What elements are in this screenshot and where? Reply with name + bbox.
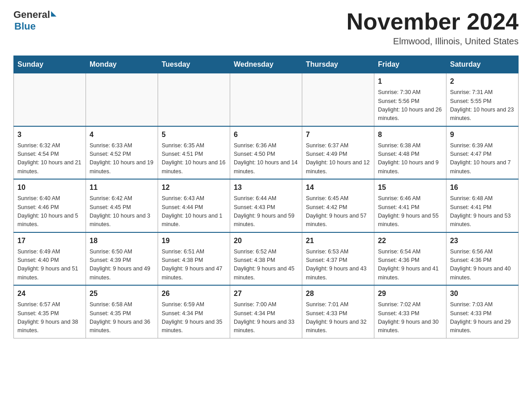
calendar-cell: 16Sunrise: 6:48 AM Sunset: 4:41 PM Dayli…	[446, 179, 519, 232]
day-info: Sunrise: 6:37 AM Sunset: 4:49 PM Dayligh…	[306, 141, 370, 176]
calendar-cell: 23Sunrise: 6:56 AM Sunset: 4:36 PM Dayli…	[446, 232, 519, 286]
day-info: Sunrise: 6:45 AM Sunset: 4:42 PM Dayligh…	[306, 194, 370, 229]
calendar-cell: 18Sunrise: 6:50 AM Sunset: 4:39 PM Dayli…	[86, 232, 158, 286]
day-info: Sunrise: 6:58 AM Sunset: 4:35 PM Dayligh…	[90, 300, 154, 335]
header-friday: Friday	[374, 56, 446, 73]
day-info: Sunrise: 6:59 AM Sunset: 4:34 PM Dayligh…	[162, 300, 226, 335]
day-number: 9	[450, 129, 515, 140]
calendar-cell: 12Sunrise: 6:43 AM Sunset: 4:44 PM Dayli…	[158, 179, 230, 232]
day-number: 30	[450, 288, 515, 299]
header-monday: Monday	[86, 56, 158, 73]
day-info: Sunrise: 7:03 AM Sunset: 4:33 PM Dayligh…	[450, 300, 515, 335]
calendar-cell: 26Sunrise: 6:59 AM Sunset: 4:34 PM Dayli…	[158, 285, 230, 338]
calendar-cell: 15Sunrise: 6:46 AM Sunset: 4:41 PM Dayli…	[374, 179, 446, 232]
calendar-cell: 11Sunrise: 6:42 AM Sunset: 4:45 PM Dayli…	[86, 179, 158, 232]
header-thursday: Thursday	[302, 56, 374, 73]
header-row: SundayMondayTuesdayWednesdayThursdayFrid…	[14, 56, 519, 73]
day-number: 26	[162, 288, 226, 299]
day-info: Sunrise: 6:38 AM Sunset: 4:48 PM Dayligh…	[378, 141, 442, 176]
day-number: 15	[378, 182, 442, 193]
day-number: 28	[306, 288, 370, 299]
calendar-header: SundayMondayTuesdayWednesdayThursdayFrid…	[14, 56, 519, 73]
day-info: Sunrise: 6:51 AM Sunset: 4:38 PM Dayligh…	[162, 248, 226, 283]
header-tuesday: Tuesday	[158, 56, 230, 73]
day-info: Sunrise: 6:44 AM Sunset: 4:43 PM Dayligh…	[234, 194, 298, 229]
calendar-cell: 21Sunrise: 6:53 AM Sunset: 4:37 PM Dayli…	[302, 232, 374, 286]
header: General Blue November 2024 Elmwood, Illi…	[13, 9, 519, 47]
day-number: 7	[306, 129, 370, 140]
logo: General Blue	[13, 9, 56, 32]
day-info: Sunrise: 6:33 AM Sunset: 4:52 PM Dayligh…	[90, 141, 154, 176]
day-number: 2	[450, 76, 515, 87]
day-number: 8	[378, 129, 442, 140]
day-info: Sunrise: 6:52 AM Sunset: 4:38 PM Dayligh…	[234, 248, 298, 283]
calendar-cell: 3Sunrise: 6:32 AM Sunset: 4:54 PM Daylig…	[14, 126, 86, 180]
day-number: 13	[234, 182, 298, 193]
calendar-cell	[86, 73, 158, 126]
day-number: 22	[378, 235, 442, 246]
calendar-cell: 13Sunrise: 6:44 AM Sunset: 4:43 PM Dayli…	[230, 179, 302, 232]
day-info: Sunrise: 7:31 AM Sunset: 5:55 PM Dayligh…	[450, 88, 515, 123]
calendar-cell: 28Sunrise: 7:01 AM Sunset: 4:33 PM Dayli…	[302, 285, 374, 338]
calendar-cell: 27Sunrise: 7:00 AM Sunset: 4:34 PM Dayli…	[230, 285, 302, 338]
day-info: Sunrise: 7:30 AM Sunset: 5:56 PM Dayligh…	[378, 88, 442, 123]
subtitle: Elmwood, Illinois, United States	[347, 36, 519, 47]
day-number: 10	[17, 182, 82, 193]
calendar-cell: 24Sunrise: 6:57 AM Sunset: 4:35 PM Dayli…	[14, 285, 86, 338]
day-info: Sunrise: 6:43 AM Sunset: 4:44 PM Dayligh…	[162, 194, 226, 229]
week-row-2: 3Sunrise: 6:32 AM Sunset: 4:54 PM Daylig…	[14, 126, 519, 180]
day-number: 4	[90, 129, 154, 140]
calendar-cell: 8Sunrise: 6:38 AM Sunset: 4:48 PM Daylig…	[374, 126, 446, 180]
calendar-cell: 19Sunrise: 6:51 AM Sunset: 4:38 PM Dayli…	[158, 232, 230, 286]
day-number: 1	[378, 76, 442, 87]
day-number: 14	[306, 182, 370, 193]
logo-triangle-icon	[51, 11, 56, 17]
day-info: Sunrise: 7:02 AM Sunset: 4:33 PM Dayligh…	[378, 300, 442, 335]
day-info: Sunrise: 6:54 AM Sunset: 4:36 PM Dayligh…	[378, 248, 442, 283]
day-number: 29	[378, 288, 442, 299]
calendar-cell	[158, 73, 230, 126]
day-info: Sunrise: 6:48 AM Sunset: 4:41 PM Dayligh…	[450, 194, 515, 229]
header-sunday: Sunday	[14, 56, 86, 73]
header-saturday: Saturday	[446, 56, 519, 73]
calendar-cell: 29Sunrise: 7:02 AM Sunset: 4:33 PM Dayli…	[374, 285, 446, 338]
day-number: 17	[17, 235, 82, 246]
day-info: Sunrise: 6:57 AM Sunset: 4:35 PM Dayligh…	[17, 300, 82, 335]
calendar-cell	[230, 73, 302, 126]
day-info: Sunrise: 6:35 AM Sunset: 4:51 PM Dayligh…	[162, 141, 226, 176]
day-number: 18	[90, 235, 154, 246]
week-row-4: 17Sunrise: 6:49 AM Sunset: 4:40 PM Dayli…	[14, 232, 519, 286]
calendar-cell: 6Sunrise: 6:36 AM Sunset: 4:50 PM Daylig…	[230, 126, 302, 180]
logo-general-text: General	[13, 9, 50, 21]
day-number: 19	[162, 235, 226, 246]
title-block: November 2024 Elmwood, Illinois, United …	[347, 9, 519, 47]
calendar-body: 1Sunrise: 7:30 AM Sunset: 5:56 PM Daylig…	[14, 73, 519, 338]
calendar-cell: 2Sunrise: 7:31 AM Sunset: 5:55 PM Daylig…	[446, 73, 519, 126]
day-number: 20	[234, 235, 298, 246]
calendar-cell: 9Sunrise: 6:39 AM Sunset: 4:47 PM Daylig…	[446, 126, 519, 180]
day-info: Sunrise: 6:50 AM Sunset: 4:39 PM Dayligh…	[90, 248, 154, 283]
calendar-cell: 14Sunrise: 6:45 AM Sunset: 4:42 PM Dayli…	[302, 179, 374, 232]
week-row-1: 1Sunrise: 7:30 AM Sunset: 5:56 PM Daylig…	[14, 73, 519, 126]
day-info: Sunrise: 6:46 AM Sunset: 4:41 PM Dayligh…	[378, 194, 442, 229]
calendar-cell: 1Sunrise: 7:30 AM Sunset: 5:56 PM Daylig…	[374, 73, 446, 126]
day-number: 12	[162, 182, 226, 193]
calendar-cell: 5Sunrise: 6:35 AM Sunset: 4:51 PM Daylig…	[158, 126, 230, 180]
day-number: 24	[17, 288, 82, 299]
calendar-cell: 10Sunrise: 6:40 AM Sunset: 4:46 PM Dayli…	[14, 179, 86, 232]
day-info: Sunrise: 7:01 AM Sunset: 4:33 PM Dayligh…	[306, 300, 370, 335]
day-number: 23	[450, 235, 515, 246]
page-title: November 2024	[347, 9, 519, 34]
calendar-cell	[14, 73, 86, 126]
calendar-cell: 25Sunrise: 6:58 AM Sunset: 4:35 PM Dayli…	[86, 285, 158, 338]
week-row-3: 10Sunrise: 6:40 AM Sunset: 4:46 PM Dayli…	[14, 179, 519, 232]
day-info: Sunrise: 6:32 AM Sunset: 4:54 PM Dayligh…	[17, 141, 82, 176]
header-wednesday: Wednesday	[230, 56, 302, 73]
day-number: 11	[90, 182, 154, 193]
day-number: 3	[17, 129, 82, 140]
calendar-cell: 20Sunrise: 6:52 AM Sunset: 4:38 PM Dayli…	[230, 232, 302, 286]
day-info: Sunrise: 6:39 AM Sunset: 4:47 PM Dayligh…	[450, 141, 515, 176]
calendar-cell: 17Sunrise: 6:49 AM Sunset: 4:40 PM Dayli…	[14, 232, 86, 286]
calendar-cell: 7Sunrise: 6:37 AM Sunset: 4:49 PM Daylig…	[302, 126, 374, 180]
logo-blue-text: Blue	[14, 21, 56, 32]
